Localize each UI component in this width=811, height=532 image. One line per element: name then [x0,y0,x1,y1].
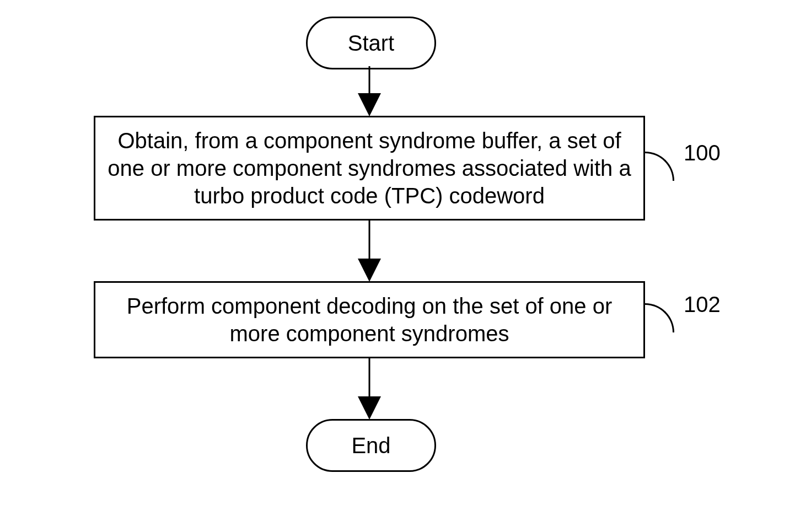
process-step-1: Obtain, from a component syndrome buffer… [94,116,645,221]
leader-ref-1 [645,152,674,181]
terminator-start-label: Start [348,31,394,56]
terminator-end-label: End [351,433,390,458]
leader-ref-2 [645,303,674,332]
ref-label-2: 102 [684,292,721,317]
flowchart-canvas: Start Obtain, from a component syndrome … [0,0,811,532]
ref-label-1: 100 [684,141,721,165]
process-step-2: Perform component decoding on the set of… [94,281,645,358]
process-step-2-text: Perform component decoding on the set of… [106,292,632,347]
arrow-step2-to-end [358,358,380,419]
terminator-end: End [306,419,436,472]
arrow-step1-to-step2 [358,221,380,281]
process-step-1-text: Obtain, from a component syndrome buffer… [106,127,632,209]
arrow-start-to-step1 [358,66,380,116]
terminator-start: Start [306,17,436,69]
